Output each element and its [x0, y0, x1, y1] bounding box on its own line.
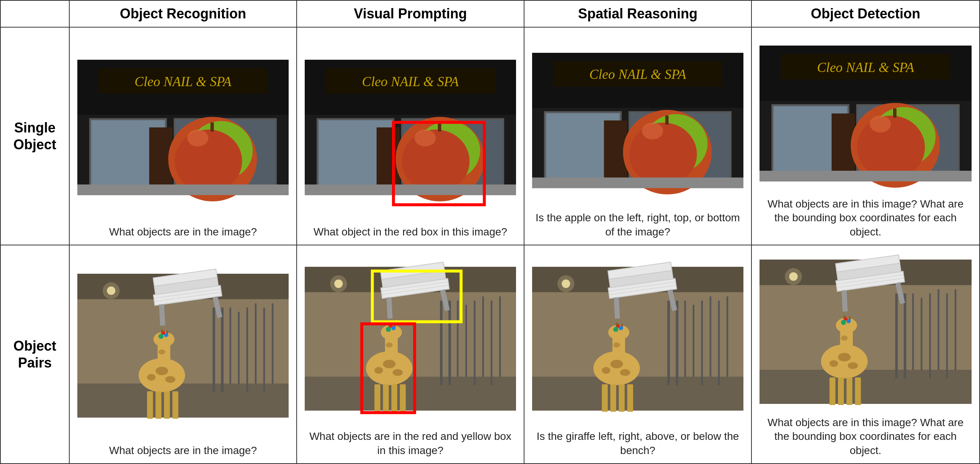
svg-point-168 — [613, 343, 620, 348]
svg-point-62 — [870, 116, 891, 132]
image-r1c4: Cleo NAIL & SPA — [760, 35, 972, 192]
svg-point-91 — [165, 376, 175, 383]
svg-text:Cleo NAIL & SPA: Cleo NAIL & SPA — [590, 67, 686, 82]
bench-giraffe-svg-r2c4 — [760, 253, 972, 410]
svg-point-202 — [838, 353, 851, 361]
svg-point-126 — [383, 360, 395, 368]
apple-scene-svg-r1c2: Cleo NAIL & SPA — [305, 35, 516, 220]
svg-text:Cleo NAIL & SPA: Cleo NAIL & SPA — [817, 60, 914, 75]
svg-point-166 — [602, 367, 610, 374]
svg-rect-111 — [482, 296, 484, 377]
svg-rect-208 — [830, 377, 836, 405]
svg-rect-70 — [221, 307, 224, 392]
caption-r1c4: What objects are in this image? What are… — [760, 197, 972, 239]
svg-rect-72 — [238, 312, 240, 384]
svg-point-154 — [557, 275, 574, 292]
svg-rect-47 — [665, 115, 669, 124]
svg-point-167 — [620, 369, 630, 376]
svg-point-191 — [785, 268, 802, 285]
svg-rect-107 — [448, 301, 451, 385]
svg-rect-98 — [172, 391, 178, 419]
svg-rect-76 — [272, 303, 273, 384]
cell-r1c2: Cleo NAIL & SPA What object in the red b… — [297, 28, 524, 245]
image-r2c1 — [77, 253, 289, 438]
caption-r2c2: What objects are in the red and yellow b… — [305, 430, 516, 457]
svg-point-13 — [187, 129, 208, 146]
image-r1c2: Cleo NAIL & SPA — [305, 35, 516, 220]
caption-r1c3: Is the apple on the left, right, top, or… — [532, 211, 743, 239]
svg-rect-181 — [760, 370, 972, 404]
cell-r2c4: What objects are in this image? What are… — [752, 245, 979, 463]
svg-point-177 — [617, 324, 620, 328]
svg-rect-112 — [491, 301, 492, 385]
svg-rect-15 — [77, 185, 289, 195]
svg-point-92 — [158, 350, 165, 355]
svg-rect-149 — [701, 301, 703, 385]
svg-rect-150 — [710, 296, 711, 377]
svg-rect-63 — [893, 108, 897, 118]
svg-point-12 — [175, 129, 242, 193]
apple-scene-svg-r1c3: Cleo NAIL & SPA — [532, 35, 743, 206]
corner-cell — [1, 1, 70, 28]
svg-rect-184 — [912, 294, 914, 370]
svg-rect-148 — [693, 305, 694, 377]
svg-point-78 — [103, 282, 119, 299]
svg-rect-211 — [855, 377, 861, 405]
svg-point-127 — [374, 367, 383, 374]
caption-r2c1: What objects are in the image? — [109, 444, 257, 457]
svg-point-205 — [841, 335, 848, 340]
svg-point-99 — [158, 334, 163, 339]
svg-rect-183 — [904, 294, 906, 379]
image-r1c1: Cleo NAIL & SPA — [77, 35, 289, 220]
caption-r1c1: What objects are in the image? — [109, 225, 257, 239]
cell-r2c2: What objects are in the red and yellow b… — [297, 245, 524, 463]
svg-rect-69 — [212, 307, 215, 392]
svg-point-214 — [844, 317, 848, 321]
svg-point-136 — [386, 327, 391, 332]
svg-text:Cleo NAIL & SPA: Cleo NAIL & SPA — [135, 74, 232, 89]
svg-rect-173 — [619, 384, 624, 412]
svg-rect-147 — [684, 301, 686, 377]
svg-rect-73 — [247, 307, 248, 392]
svg-rect-108 — [457, 301, 458, 377]
svg-point-212 — [841, 320, 846, 325]
svg-rect-64 — [760, 171, 972, 181]
svg-rect-110 — [474, 301, 475, 385]
svg-rect-185 — [921, 298, 922, 370]
svg-rect-210 — [846, 377, 853, 405]
cell-r1c4: Cleo NAIL & SPA What objects are in this… — [752, 28, 979, 245]
caption-r2c4: What objects are in this image? What are… — [760, 416, 972, 457]
svg-rect-68 — [77, 384, 289, 417]
cell-r2c1: What objects are in the image? — [70, 245, 297, 463]
bench-giraffe-svg-r2c2 — [305, 253, 516, 424]
svg-point-175 — [613, 327, 618, 332]
svg-point-45 — [629, 123, 697, 186]
svg-rect-71 — [229, 307, 231, 384]
svg-rect-209 — [838, 377, 844, 405]
svg-rect-14 — [211, 123, 214, 132]
svg-point-165 — [610, 360, 623, 368]
header-col2: Visual Prompting — [297, 1, 524, 28]
svg-point-29 — [415, 129, 436, 146]
caption-r1c2: What object in the red box in this image… — [314, 225, 507, 239]
svg-point-203 — [830, 360, 838, 367]
bench-giraffe-svg-r2c3 — [532, 253, 743, 424]
svg-rect-182 — [895, 294, 898, 379]
svg-rect-96 — [155, 391, 161, 419]
svg-rect-172 — [610, 384, 616, 412]
svg-rect-109 — [466, 305, 467, 377]
svg-rect-187 — [938, 289, 939, 370]
svg-point-204 — [848, 362, 858, 369]
svg-point-128 — [393, 369, 403, 376]
row2-label: Object Pairs — [1, 245, 70, 463]
apple-scene-svg-r1c4: Cleo NAIL & SPA — [760, 35, 972, 192]
svg-text:Cleo NAIL & SPA: Cleo NAIL & SPA — [362, 74, 459, 89]
svg-rect-146 — [676, 301, 678, 385]
svg-rect-144 — [532, 377, 743, 410]
svg-point-90 — [147, 374, 155, 381]
svg-rect-48 — [532, 178, 743, 188]
header-col1: Object Recognition — [70, 1, 297, 28]
svg-point-28 — [402, 129, 470, 193]
svg-point-61 — [857, 116, 925, 179]
svg-rect-134 — [391, 384, 397, 412]
